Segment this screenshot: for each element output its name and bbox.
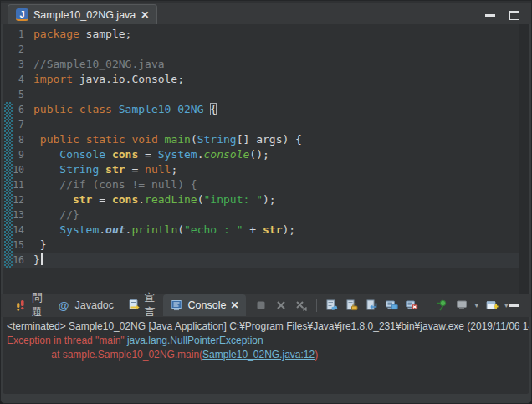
- console-toolbar: ▾ ▾: [254, 299, 509, 313]
- console-output: Exception in thread "main" java.lang.Nul…: [3, 334, 529, 362]
- code-text: //Sample10_02NG.java: [28, 57, 165, 72]
- code-line[interactable]: 11 //if (cons != null) {: [3, 177, 529, 192]
- tab-console[interactable]: Console ✕: [163, 294, 246, 316]
- text-caret: [41, 253, 43, 265]
- tab-declaration[interactable]: 宣言: [120, 294, 163, 316]
- tab-problems[interactable]: 問題: [8, 294, 50, 316]
- close-icon[interactable]: ✕: [141, 9, 149, 21]
- console-line: at sample.Sample10_02NG.main(Sample10_02…: [3, 348, 529, 362]
- javadoc-icon: @: [57, 299, 71, 313]
- terminate-icon[interactable]: [254, 299, 269, 313]
- tab-problems-label: 問題: [32, 291, 43, 320]
- show-console-stdout-icon[interactable]: [385, 299, 399, 313]
- code-line[interactable]: 6public class Sample10_02NG {: [3, 102, 529, 117]
- pin-console-icon[interactable]: [435, 299, 449, 313]
- code-editor[interactable]: 1package sample;23//Sample10_02NG.java4i…: [3, 24, 529, 294]
- code-text: String str = null;: [28, 162, 177, 177]
- code-text: //}: [28, 207, 79, 222]
- declaration-icon: [127, 299, 141, 313]
- close-icon[interactable]: ✕: [230, 299, 238, 311]
- stack-trace-link[interactable]: java.lang.NullPointerException: [127, 335, 263, 346]
- editor-tab[interactable]: J Sample10_02NG.java ✕: [8, 4, 157, 24]
- code-text: package sample;: [28, 27, 131, 42]
- code-text: public class Sample10_02NG {: [28, 102, 217, 117]
- tab-console-label: Console: [188, 299, 227, 311]
- eclipse-window: J Sample10_02NG.java ✕ 1package sample;2…: [0, 0, 532, 404]
- remove-all-terminated-icon[interactable]: [294, 299, 309, 313]
- code-line[interactable]: 16}: [3, 253, 529, 268]
- code-text: public static void main(String[] args) {: [28, 132, 302, 147]
- code-line[interactable]: 9 Console cons = System.console();: [3, 147, 529, 162]
- gutter-divider: [33, 24, 33, 294]
- code-text: Console cons = System.console();: [28, 147, 269, 162]
- problems-icon: [14, 299, 28, 313]
- chevron-down-icon[interactable]: ▾: [475, 301, 479, 309]
- code-text: //if (cons != null) {: [28, 177, 197, 192]
- tab-javadoc[interactable]: @ Javadoc: [50, 294, 121, 316]
- line-number: 3: [3, 57, 28, 72]
- view-controls: [485, 11, 519, 20]
- open-console-icon[interactable]: [484, 299, 499, 313]
- code-line[interactable]: 15 }: [3, 238, 529, 253]
- code-text: }: [28, 238, 47, 253]
- java-file-icon: J: [16, 8, 28, 21]
- code-line[interactable]: 7: [3, 117, 529, 132]
- minimize-icon[interactable]: [485, 14, 495, 17]
- word-wrap-icon[interactable]: [365, 299, 379, 313]
- console-view[interactable]: <terminated> Sample10_02NG [Java Applica…: [3, 317, 529, 394]
- editor-tab-strip: J Sample10_02NG.java ✕: [1, 1, 531, 24]
- code-line[interactable]: 8 public static void main(String[] args)…: [3, 132, 529, 147]
- console-process-info: <terminated> Sample10_02NG [Java Applica…: [3, 319, 529, 334]
- maximize-icon[interactable]: [509, 11, 519, 20]
- console-line: Exception in thread "main" java.lang.Nul…: [3, 334, 529, 348]
- line-number: 5: [3, 87, 28, 102]
- code-line[interactable]: 3//Sample10_02NG.java: [3, 57, 529, 72]
- code-text: str = cons.readLine("input: ");: [28, 192, 276, 207]
- code-text: }: [28, 253, 43, 268]
- code-text: System.out.println("echo : " + str);: [28, 222, 295, 238]
- view-controls: [509, 301, 532, 310]
- tab-javadoc-label: Javadoc: [75, 299, 115, 311]
- stack-trace-link[interactable]: Sample10_02NG.java:12: [202, 349, 315, 361]
- show-console-stderr-icon[interactable]: [405, 299, 419, 313]
- line-number: 2: [3, 42, 28, 57]
- code-lines: 1package sample;23//Sample10_02NG.java4i…: [3, 27, 529, 268]
- line-number: 1: [3, 27, 28, 42]
- code-line[interactable]: 1package sample;: [3, 27, 529, 42]
- toolbar-separator: [316, 299, 317, 312]
- display-selected-console-icon[interactable]: [455, 299, 469, 313]
- code-line[interactable]: 10 String str = null;: [3, 162, 529, 177]
- status-bar: [1, 394, 531, 404]
- code-line[interactable]: 4import java.io.Console;: [3, 72, 529, 87]
- code-line[interactable]: 2: [3, 42, 529, 57]
- scroll-lock-icon[interactable]: [345, 299, 359, 313]
- code-line[interactable]: 14 System.out.println("echo : " + str);: [3, 222, 529, 238]
- console-icon: [170, 299, 184, 313]
- editor-tab-title: Sample10_02NG.java: [33, 9, 136, 21]
- code-text: import java.io.Console;: [28, 72, 184, 87]
- code-line[interactable]: 12 str = cons.readLine("input: ");: [3, 192, 529, 207]
- toolbar-separator: [427, 299, 427, 312]
- tab-declaration-label: 宣言: [145, 291, 156, 320]
- clear-console-icon[interactable]: [325, 299, 339, 313]
- bottom-tab-strip: 問題 @ Javadoc 宣言 Console ✕: [1, 294, 531, 317]
- overview-ruler[interactable]: [519, 24, 529, 294]
- line-number: 4: [3, 72, 28, 87]
- change-range-indicator: [4, 102, 13, 268]
- minimize-icon[interactable]: [509, 304, 519, 307]
- remove-launch-icon[interactable]: [274, 299, 289, 313]
- code-line[interactable]: 5: [3, 87, 529, 102]
- code-line[interactable]: 13 //}: [3, 207, 529, 222]
